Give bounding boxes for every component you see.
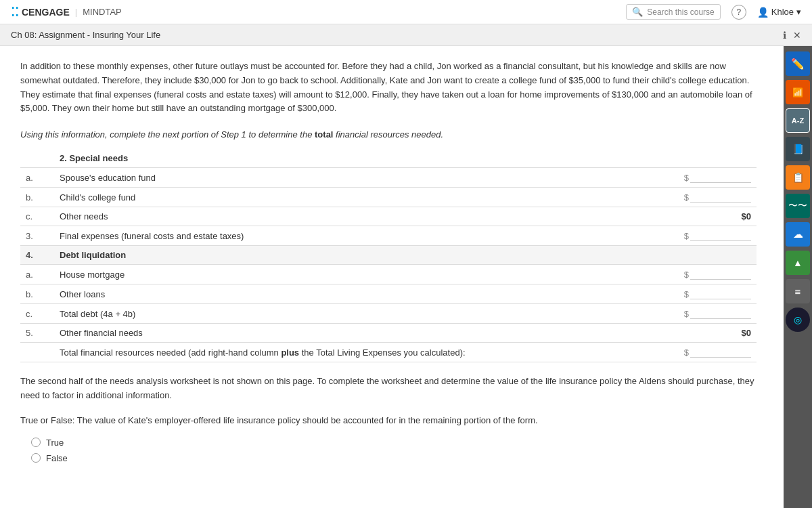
question-text: True or False: The value of Kate's emplo… <box>20 414 757 428</box>
wifi-icon[interactable]: 〜〜 <box>786 194 810 218</box>
info-icon[interactable]: ℹ <box>783 30 786 41</box>
user-menu[interactable]: 👤 Khloe ▾ <box>757 7 801 18</box>
row-label: Total financial resources needed (add ri… <box>54 343 675 362</box>
help-button[interactable]: ? <box>731 5 746 20</box>
circle-icon[interactable]: ◎ <box>786 308 810 332</box>
spouse-education-input[interactable] <box>690 172 751 182</box>
table-row: Total financial resources needed (add ri… <box>20 343 757 362</box>
radio-circle-false <box>31 453 41 463</box>
row-value: $ <box>675 343 757 362</box>
cengage-text: CENGAGE <box>22 7 70 18</box>
row-num: c. <box>20 304 54 324</box>
row-num: b. <box>20 284 54 304</box>
lines-icon[interactable]: ≡ <box>786 279 810 303</box>
total-debt-input[interactable] <box>690 308 751 318</box>
row-label: Debt liquidation <box>54 246 675 265</box>
para-1: The second half of the needs analysis wo… <box>20 375 757 403</box>
row-num: 5. <box>20 324 54 343</box>
course-bar: Ch 08: Assignment - Insuring Your Life ℹ… <box>0 24 812 46</box>
instruction-bold: total <box>315 129 333 140</box>
rss-icon[interactable]: 📶 <box>786 80 810 104</box>
user-name: Khloe <box>771 7 794 17</box>
radio-true[interactable]: True <box>31 438 757 448</box>
note-icon[interactable]: 📋 <box>786 165 810 190</box>
row-num: a. <box>20 265 54 284</box>
total-resources-input[interactable] <box>690 347 751 357</box>
row-num: c. <box>20 207 54 226</box>
user-chevron: ▾ <box>796 7 801 17</box>
dollar-sign: $ <box>684 289 689 299</box>
intro-paragraph: In addition to these monthly expenses, o… <box>20 60 757 116</box>
table-row: 5. Other financial needs $0 <box>20 324 757 343</box>
table-row: 3. Final expenses (funeral costs and est… <box>20 226 757 246</box>
other-financial-value: $0 <box>742 328 751 338</box>
plus-bold: plus <box>281 347 299 358</box>
table-row: b. Child's college fund $ <box>20 188 757 207</box>
pencil-icon[interactable]: ✏️ <box>786 51 810 76</box>
search-bar[interactable]: 🔍 Search this course <box>626 4 720 20</box>
house-mortgage-input[interactable] <box>690 269 751 279</box>
book-icon[interactable]: 📘 <box>786 137 810 161</box>
row-label: Other needs <box>54 207 675 226</box>
row-label: Final expenses (funeral costs and estate… <box>54 226 675 246</box>
dollar-sign: $ <box>684 347 689 358</box>
az-icon[interactable]: A-Z <box>786 108 810 133</box>
logo-area: ⁚⁚ CENGAGE | MINDTAP <box>11 5 122 20</box>
other-loans-input[interactable] <box>690 289 751 299</box>
instruction-suffix: financial resources needed. <box>336 129 443 140</box>
radio-group: True False <box>31 438 757 463</box>
table-row: 4. Debt liquidation <box>20 246 757 265</box>
instruction-text: Using this information, complete the nex… <box>20 129 757 140</box>
radio-false-label: False <box>46 453 68 463</box>
college-fund-input[interactable] <box>690 192 751 202</box>
cengage-logo: ⁚⁚ CENGAGE | MINDTAP <box>11 5 122 20</box>
course-bar-icons: ℹ ✕ <box>783 30 801 41</box>
row-num: a. <box>20 168 54 188</box>
top-nav-right: 🔍 Search this course ? 👤 Khloe ▾ <box>626 4 801 20</box>
search-icon: 🔍 <box>632 7 643 17</box>
search-placeholder: Search this course <box>647 7 714 17</box>
help-label: ? <box>736 7 741 17</box>
logo-divider: | <box>75 7 77 17</box>
right-sidebar: ✏️ 📶 A-Z 📘 📋 〜〜 ☁ ▲ ≡ ◎ <box>784 46 812 508</box>
row-value: $0 <box>675 324 757 343</box>
row-label: Total debt (4a + 4b) <box>54 304 675 324</box>
top-navigation: ⁚⁚ CENGAGE | MINDTAP 🔍 Search this cours… <box>0 0 812 24</box>
row-value: $ <box>675 188 757 207</box>
row-label: Other loans <box>54 284 675 304</box>
row-value <box>675 246 757 265</box>
table-row: b. Other loans $ <box>20 284 757 304</box>
dollar-sign: $ <box>684 192 689 203</box>
row-num <box>20 343 54 362</box>
course-title: Ch 08: Assignment - Insuring Your Life <box>11 30 160 40</box>
row-label: Other financial needs <box>54 324 675 343</box>
section-value-header <box>675 149 757 168</box>
row-value: $ <box>675 226 757 246</box>
radio-circle-true <box>31 438 41 447</box>
radio-false[interactable]: False <box>31 453 757 463</box>
instruction-prefix: Using this information, complete the nex… <box>20 129 312 140</box>
row-num: 3. <box>20 226 54 246</box>
other-needs-value: $0 <box>742 211 751 221</box>
close-icon[interactable]: ✕ <box>793 30 801 41</box>
row-value: $ <box>675 168 757 188</box>
cloud-icon[interactable]: ☁ <box>786 222 810 247</box>
row-label: Child's college fund <box>54 188 675 207</box>
triangle-icon[interactable]: ▲ <box>786 251 810 275</box>
row-num: b. <box>20 188 54 207</box>
radio-true-label: True <box>46 438 64 448</box>
table-row: c. Other needs $0 <box>20 207 757 226</box>
main-layout: In addition to these monthly expenses, o… <box>0 46 812 508</box>
dollar-sign: $ <box>684 231 689 241</box>
row-num: 4. <box>20 246 54 265</box>
row-value: $0 <box>675 207 757 226</box>
user-icon: 👤 <box>757 7 769 18</box>
row-value: $ <box>675 265 757 284</box>
final-expenses-input[interactable] <box>690 230 751 240</box>
row-label: House mortgage <box>54 265 675 284</box>
dollar-sign: $ <box>684 173 689 183</box>
dollar-sign: $ <box>684 270 689 280</box>
row-label: Spouse's education fund <box>54 168 675 188</box>
table-row: c. Total debt (4a + 4b) $ <box>20 304 757 324</box>
content-area: In addition to these monthly expenses, o… <box>0 46 784 508</box>
